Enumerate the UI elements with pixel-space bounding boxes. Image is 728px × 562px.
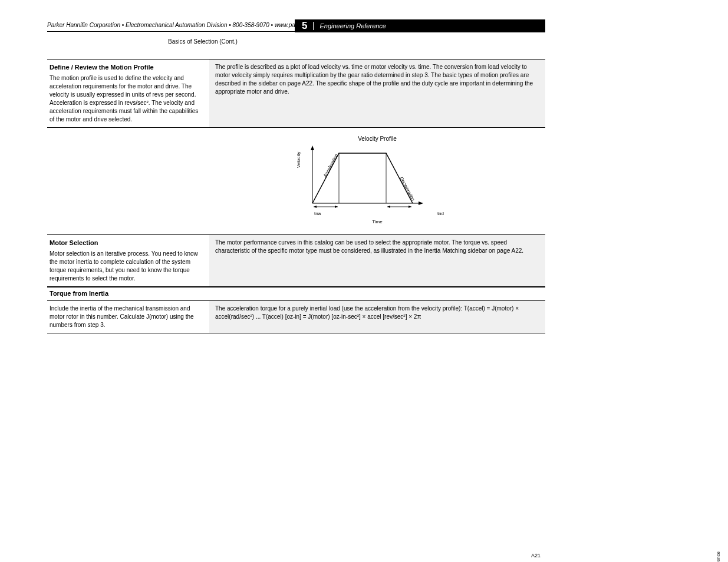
cell-right: The acceleration torque for a purely ine… [209, 301, 545, 333]
tnd-label: tnd [437, 210, 444, 217]
row-body-right: The profile is described as a plot of lo… [215, 63, 539, 96]
subheader-row: Torque from Inertia [47, 287, 545, 300]
chapter-banner: 5 Engineering Reference [295, 19, 545, 32]
row-title: Motor Selection [50, 239, 203, 247]
cell-left: Define / Review the Motion Profile The m… [47, 59, 209, 127]
time-range-labels: tna tnd [298, 209, 457, 217]
svg-marker-11 [409, 206, 411, 208]
decel-label: Deceleration [398, 176, 416, 202]
continuation-note: Basics of Selection (Cont.) [168, 38, 238, 45]
svg-marker-10 [387, 206, 390, 208]
svg-marker-8 [335, 206, 338, 208]
header-inner: Parker Hannifin Corporation • Electromec… [47, 21, 545, 32]
cell-right: The motor performance curves in this cat… [209, 235, 545, 286]
velocity-profile-diagram: Velocity Profile Velocity [298, 135, 457, 224]
cell-right: The profile is described as a plot of lo… [209, 59, 545, 127]
chapter-number: 5 [295, 20, 307, 32]
separator [313, 22, 314, 30]
diagram-caption: Velocity Profile [298, 135, 457, 143]
table-row: Include the inertia of the mechanical tr… [47, 301, 545, 333]
cell-left-empty [47, 128, 209, 234]
accel-label: Acceleration [322, 153, 339, 179]
header-company-line: Parker Hannifin Corporation • Electromec… [47, 22, 336, 28]
profile-svg: Acceleration Deceleration [298, 144, 427, 209]
row-body-left: The motion profile is used to define the… [50, 74, 203, 124]
cell-left: Include the inertia of the mechanical tr… [47, 301, 209, 333]
row-body-left: Include the inertia of the mechanical tr… [50, 305, 203, 329]
selection-table: Define / Review the Motion Profile The m… [47, 59, 545, 333]
table-row-diagram: Velocity Profile Velocity [47, 128, 545, 234]
svg-marker-3 [419, 201, 423, 205]
subheader-left: Torque from Inertia [47, 287, 209, 300]
x-axis-label: Time [298, 219, 457, 225]
svg-marker-7 [314, 206, 317, 208]
cell-left: Motor Selection Motor selection is an it… [47, 235, 209, 286]
page-header: Parker Hannifin Corporation • Electromec… [47, 21, 545, 31]
svg-marker-1 [311, 146, 314, 150]
subheader-right-empty [209, 287, 545, 300]
table-row: Define / Review the Motion Profile The m… [47, 59, 545, 128]
cell-diagram: Velocity Profile Velocity [209, 128, 545, 234]
chapter-title: Engineering Reference [319, 22, 386, 29]
side-tab: Engineering Reference [716, 551, 721, 562]
page-number: A21 [531, 553, 541, 558]
y-axis-label: Velocity [295, 152, 302, 168]
row-body-right: The motor performance curves in this cat… [215, 239, 539, 255]
subheader-title: Torque from Inertia [50, 290, 108, 297]
row-body-left: Motor selection is an iterative process.… [50, 250, 203, 283]
table-row: Motor Selection Motor selection is an it… [47, 235, 545, 287]
row-body-right: The acceleration torque for a purely ine… [215, 305, 539, 321]
row-title: Define / Review the Motion Profile [50, 63, 203, 72]
tna-label: tna [314, 210, 321, 217]
